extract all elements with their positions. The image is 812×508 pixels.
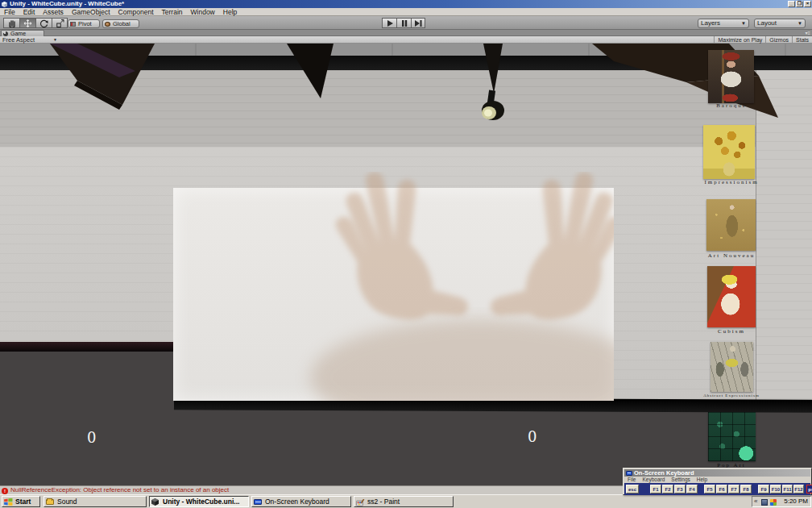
osk-menu-settings[interactable]: Settings — [668, 477, 694, 483]
key-f12[interactable]: F12 — [793, 485, 804, 493]
key-f3[interactable]: F3 — [674, 485, 686, 493]
app-tray-icon[interactable] — [770, 499, 777, 506]
key-f10[interactable]: F10 — [770, 485, 781, 493]
pivot-label: Pivot — [78, 20, 92, 27]
rotate-tool-button[interactable] — [35, 18, 52, 28]
global-toggle-button[interactable]: Global — [102, 19, 139, 28]
stats-button[interactable]: Stats — [792, 36, 812, 44]
game-tab-label: Game — [10, 31, 26, 36]
key-f5[interactable]: F5 — [704, 485, 715, 493]
window-title: Unity - WhiteCube.unity - WhiteCube* — [10, 0, 124, 8]
maximize-on-play-button[interactable]: Maximize on Play — [714, 36, 765, 44]
paint-icon — [356, 499, 365, 506]
task-label: On-Screen Keyboard — [265, 498, 329, 506]
osk-menu-help[interactable]: Help — [694, 477, 710, 483]
taskbar-task-sound[interactable]: Sound — [44, 496, 147, 507]
start-button[interactable]: Start — [2, 496, 40, 507]
painting-label: Art Nouveau — [682, 252, 781, 259]
menu-terrain[interactable]: Terrain — [158, 8, 187, 16]
key-f1[interactable]: F1 — [650, 485, 661, 493]
taskbar-task-unity[interactable]: Unity - WhiteCube.uni... — [149, 496, 249, 507]
scale-icon — [55, 19, 65, 28]
game-tab-bar: Game ▾≡ — [0, 30, 812, 36]
fog-panel — [173, 188, 614, 401]
tray-expand-icon[interactable]: « — [754, 497, 757, 506]
system-tray: « 5:20 PM — [752, 496, 811, 507]
painting-label: Baroque — [682, 102, 781, 109]
gizmos-button[interactable]: Gizmos — [765, 36, 792, 44]
transform-tools — [3, 18, 68, 28]
hands-image — [173, 172, 614, 414]
pause-button[interactable] — [396, 18, 411, 28]
painting-art-nouveau — [706, 199, 756, 251]
aspect-chevron-icon: ▼ — [53, 36, 57, 44]
display-tray-icon[interactable] — [761, 499, 768, 506]
menu-bar: File Edit Assets GameObject Component Te… — [0, 8, 812, 16]
close-button[interactable]: × — [804, 1, 811, 7]
globe-icon — [105, 22, 110, 27]
painting-cubism — [707, 266, 756, 327]
layers-dropdown[interactable]: Layers ▼ — [698, 19, 749, 28]
layers-label: Layers — [701, 19, 720, 27]
osk-menu-file[interactable]: File — [624, 477, 639, 483]
painting-impressionism — [703, 125, 755, 179]
menu-edit[interactable]: Edit — [19, 8, 39, 16]
layout-dropdown[interactable]: Layout ▼ — [754, 19, 806, 28]
pause-icon — [401, 20, 408, 27]
menu-window[interactable]: Window — [187, 8, 219, 16]
counter-right: 0 — [528, 428, 536, 445]
key-f9[interactable]: F9 — [758, 485, 769, 493]
minimize-button[interactable]: _ — [788, 1, 795, 7]
scale-tool-button[interactable] — [52, 18, 68, 28]
key-f11[interactable]: F11 — [782, 485, 793, 493]
menu-file[interactable]: File — [0, 8, 19, 16]
menu-assets[interactable]: Assets — [39, 8, 68, 16]
keyboard-icon — [626, 471, 632, 476]
key-f8[interactable]: F8 — [740, 485, 752, 493]
keyboard-icon — [254, 499, 262, 505]
spotlight — [482, 101, 504, 120]
tab-game[interactable]: Game — [1, 30, 44, 36]
key-esc[interactable]: esc — [626, 485, 639, 493]
task-label: ss2 - Paint — [367, 498, 400, 506]
osk-key-area: esc F1 F2 F3 F4 F5 F6 F7 F8 F9 F10 F11 F… — [624, 483, 810, 495]
windows-logo-icon — [4, 498, 13, 506]
taskbar-task-paint[interactable]: ss2 - Paint — [354, 496, 454, 507]
error-message: NullReferenceException: Object reference… — [10, 486, 229, 494]
game-view-controls: Free Aspect ▼ Maximize on Play Gizmos St… — [0, 36, 812, 44]
painting-abstract-expressionism — [710, 342, 753, 392]
menu-gameobject[interactable]: GameObject — [68, 8, 114, 16]
taskbar-task-osk[interactable]: On-Screen Keyboard — [251, 496, 351, 507]
osk-menu-keyboard[interactable]: Keyboard — [639, 477, 668, 483]
play-button[interactable] — [382, 18, 396, 28]
key-f6[interactable]: F6 — [716, 485, 727, 493]
painting-baroque — [708, 50, 754, 103]
pivot-toggle-button[interactable]: Pivot — [68, 19, 100, 28]
playback-controls — [382, 18, 425, 28]
menu-component[interactable]: Component — [114, 8, 158, 16]
menu-help[interactable]: Help — [219, 8, 241, 16]
key-psc[interactable]: psc — [806, 485, 812, 493]
painting-label: Abstract Expressionism — [682, 393, 781, 398]
move-tool-button[interactable] — [19, 18, 35, 28]
start-label: Start — [15, 498, 31, 506]
painting-pop-art — [708, 412, 756, 461]
unity-title-bar[interactable]: Unity - WhiteCube.unity - WhiteCube* _ ❐… — [0, 0, 812, 8]
osk-title-bar[interactable]: On-Screen Keyboard — [624, 469, 810, 477]
aspect-dropdown[interactable]: Free Aspect — [2, 36, 35, 44]
step-button[interactable] — [411, 18, 425, 28]
pan-tool-button[interactable] — [3, 18, 19, 28]
game-viewport[interactable]: 0 0 Baroque Impressionism Art Nouveau Cu… — [0, 44, 812, 485]
key-f7[interactable]: F7 — [728, 485, 740, 493]
desktop: Unity - WhiteCube.unity - WhiteCube* _ ❐… — [0, 0, 812, 508]
tab-options-icon[interactable]: ▾≡ — [805, 30, 810, 36]
task-label: Sound — [57, 498, 77, 506]
toolbar: Pivot Global Layers ▼ Layout ▼ — [0, 16, 812, 30]
restore-button[interactable]: ❐ — [796, 1, 803, 7]
chevron-down-icon: ▼ — [741, 19, 746, 28]
key-f4[interactable]: F4 — [686, 485, 698, 493]
on-screen-keyboard-window[interactable]: On-Screen Keyboard File Keyboard Setting… — [623, 468, 812, 495]
pivot-icon — [70, 22, 76, 27]
key-f2[interactable]: F2 — [662, 485, 673, 493]
taskbar-clock[interactable]: 5:20 PM — [784, 497, 808, 506]
